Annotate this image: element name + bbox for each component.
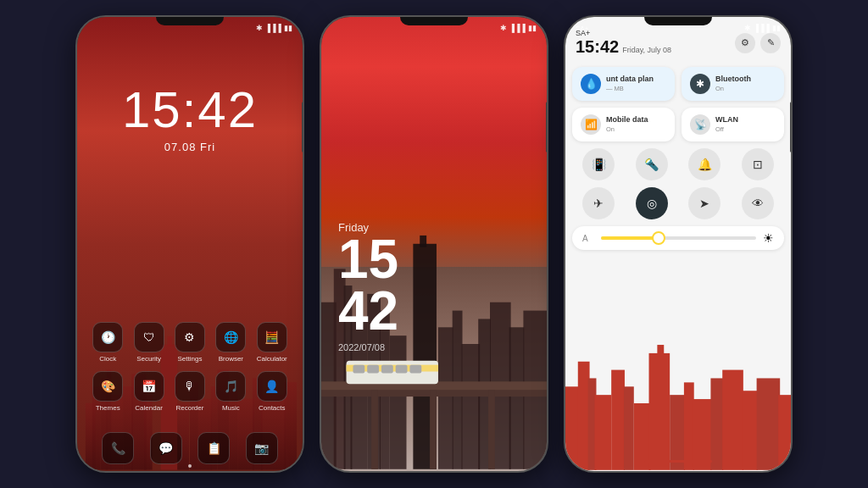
ctrl-icon-row-1: 📳 🔦 🔔 ⊡ — [572, 148, 784, 180]
mobile-data-tile[interactable]: 📶 Mobile data On — [572, 108, 675, 141]
svg-rect-28 — [390, 336, 407, 469]
quick-tiles-grid: 💧 unt data plan — MB ✱ Bluetooth On 📶 Mo… — [572, 67, 784, 141]
bluetooth-sub: On — [715, 85, 751, 93]
calendar-label: Calendar — [135, 404, 162, 412]
bluetooth-tile-icon: ✱ — [690, 74, 710, 94]
carrier-status: SA+ — [576, 25, 588, 32]
security-icon: 🛡 — [134, 322, 164, 352]
phone-2: ✱ ▐▐▐ ▮▮ Friday 15 42 2022/07/08 — [320, 15, 548, 473]
home-indicator-3 — [644, 460, 712, 463]
svg-rect-43 — [353, 365, 364, 374]
wlan-title: WLAN — [715, 115, 738, 125]
bluetooth-icon-3: ✱ — [744, 24, 751, 32]
phone2-clock: Friday 15 42 2022/07/08 — [338, 221, 398, 352]
svg-rect-25 — [420, 236, 426, 247]
flashlight-btn[interactable]: 🔦 — [636, 148, 668, 180]
svg-rect-29 — [438, 327, 453, 469]
bell-btn[interactable]: 🔔 — [688, 148, 721, 180]
phone2-minute: 42 — [338, 286, 398, 337]
brightness-a-label: A — [582, 234, 594, 243]
lock-screen-time: 15:42 07.08 Fri — [77, 85, 303, 153]
status-icons-3: ✱ ▐▐▐ ▮▮ — [744, 24, 781, 32]
control-panel: SA+ 15:42 Friday, July 08 ⚙ ✎ 💧 unt data… — [565, 17, 791, 471]
security-label: Security — [136, 355, 161, 363]
visibility-btn[interactable]: 👁 — [742, 187, 774, 219]
app-security[interactable]: 🛡 Security — [131, 322, 168, 363]
mobile-data-sub: On — [606, 125, 648, 134]
calculator-icon: 🧮 — [257, 322, 287, 352]
calculator-label: Calculator — [257, 355, 287, 363]
edit-btn[interactable]: ✎ — [760, 33, 781, 53]
signal-icon-3: ▐▐▐ — [754, 24, 770, 32]
app-calendar[interactable]: 📅 Calendar — [131, 371, 168, 412]
clock-display: 15:42 — [77, 85, 303, 136]
ctrl-time: 15:42 — [576, 37, 619, 57]
battery-icon-3: ▮▮ — [772, 24, 781, 32]
dock-messages[interactable]: 💬 — [150, 432, 182, 464]
bluetooth-icon: ✱ — [256, 24, 263, 32]
app-music[interactable]: 🎵 Music — [212, 371, 249, 412]
status-icons-2: ✱ ▐▐▐ ▮▮ — [500, 24, 537, 32]
wlan-tile[interactable]: 📡 WLAN Off — [682, 108, 784, 141]
data-plan-text: unt data plan — MB — [606, 75, 654, 92]
brightness-bar[interactable] — [601, 236, 756, 240]
svg-rect-40 — [488, 390, 495, 469]
app-contacts[interactable]: 👤 Contacts — [253, 371, 291, 412]
app-calculator[interactable]: 🧮 Calculator — [253, 322, 291, 363]
app-recorder[interactable]: 🎙 Recorder — [171, 371, 209, 412]
mirror-btn[interactable]: ⊡ — [742, 148, 774, 180]
sun-icon: ☀ — [763, 231, 774, 245]
vibrate-btn[interactable]: 📳 — [582, 148, 615, 180]
wlan-icon: 📡 — [690, 114, 710, 135]
data-plan-title: unt data plan — [606, 75, 654, 85]
recorder-label: Recorder — [176, 404, 204, 412]
app-grid: 🕐 Clock 🛡 Security ⚙ Settings 🌐 Browser … — [77, 322, 303, 420]
phone1-status-bar: ✱ ▐▐▐ ▮▮ — [77, 17, 303, 34]
browser-label: Browser — [219, 355, 243, 363]
dock-phone[interactable]: 📞 — [102, 432, 134, 464]
brightness-knob[interactable] — [652, 231, 665, 245]
location-btn[interactable]: ➤ — [688, 187, 721, 219]
calendar-icon: 📅 — [134, 371, 164, 402]
svg-rect-31 — [462, 344, 481, 469]
phone3-status-bar: SA+ ✱ ▐▐▐ ▮▮ — [565, 17, 791, 34]
contacts-label: Contacts — [259, 404, 286, 412]
phone2-day: Friday — [338, 221, 398, 234]
settings-btn[interactable]: ⚙ — [735, 33, 755, 53]
app-clock[interactable]: 🕐 Clock — [89, 322, 126, 363]
header-actions: ⚙ ✎ — [735, 33, 781, 53]
wlan-sub: Off — [715, 125, 738, 134]
status-icons: ✱ ▐▐▐ ▮▮ — [256, 24, 292, 32]
svg-rect-39 — [430, 390, 437, 469]
brightness-fill — [601, 236, 655, 240]
mobile-data-title: Mobile data — [606, 115, 648, 125]
bluetooth-text: Bluetooth On — [715, 75, 751, 92]
bluetooth-title: Bluetooth — [715, 75, 751, 85]
themes-label: Themes — [96, 404, 120, 412]
bluetooth-icon-2: ✱ — [500, 24, 507, 32]
dock-camera[interactable]: 📷 — [246, 432, 278, 464]
app-row-1: 🕐 Clock 🛡 Security ⚙ Settings 🌐 Browser … — [87, 322, 292, 363]
dock-files[interactable]: 📋 — [198, 432, 230, 464]
eye-circle-btn[interactable]: ◎ — [636, 187, 668, 219]
app-browser[interactable]: 🌐 Browser — [212, 322, 249, 363]
data-plan-icon: 💧 — [581, 74, 601, 94]
browser-icon: 🌐 — [215, 322, 246, 352]
app-themes[interactable]: 🎨 Themes — [89, 371, 126, 412]
music-label: Music — [222, 404, 240, 412]
phone-3: SA+ 15:42 Friday, July 08 ⚙ ✎ 💧 unt data… — [564, 15, 793, 473]
themes-icon: 🎨 — [92, 371, 123, 402]
wlan-text: WLAN Off — [715, 115, 738, 133]
phone2-date: 2022/07/08 — [338, 342, 398, 352]
phone-1: ✱ ▐▐▐ ▮▮ 15:42 07.08 Fri 🕐 Clock 🛡 Secur… — [75, 15, 304, 473]
settings-label: Settings — [178, 355, 203, 363]
signal-icon: ▐▐▐ — [265, 24, 281, 32]
app-settings[interactable]: ⚙ Settings — [171, 322, 209, 363]
recorder-icon: 🎙 — [175, 371, 205, 402]
bluetooth-tile[interactable]: ✱ Bluetooth On — [682, 67, 784, 101]
mobile-data-icon: 📶 — [581, 114, 601, 135]
signal-icon-2: ▐▐▐ — [509, 24, 526, 32]
phone2-hour: 15 — [338, 234, 398, 286]
airplane-btn[interactable]: ✈ — [582, 187, 615, 219]
data-plan-tile[interactable]: 💧 unt data plan — MB — [572, 67, 675, 101]
